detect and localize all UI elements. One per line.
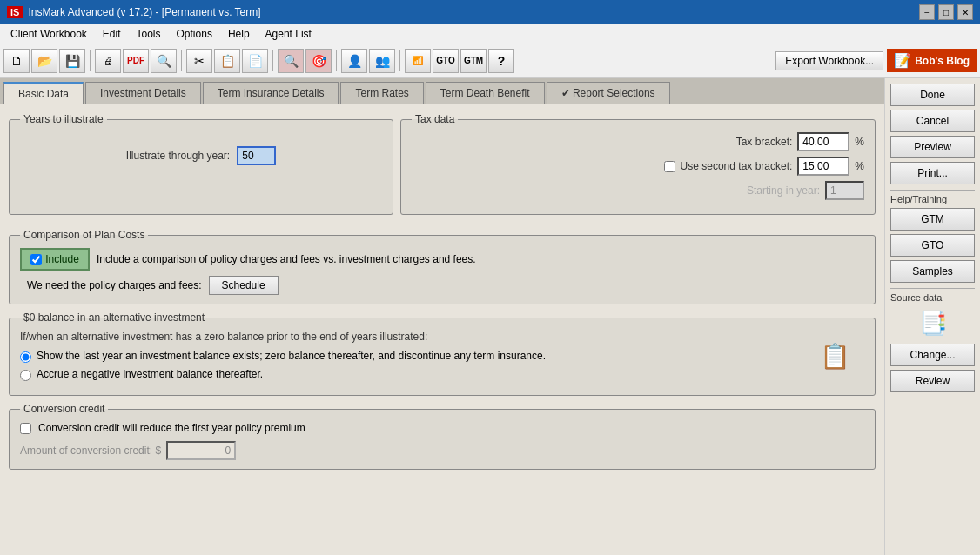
zero-balance-inner: If/when an alternative investment has a …	[20, 331, 864, 381]
tax-bracket-label: Tax bracket:	[736, 136, 793, 148]
window-title: InsMark Advanced (v 17.2) - [Permanent v…	[28, 6, 260, 18]
sep-5	[399, 50, 400, 71]
search2-button[interactable]: 🎯	[305, 49, 332, 73]
zero-balance-desc: If/when an alternative investment has a …	[20, 331, 864, 343]
person2-button[interactable]: 👥	[369, 49, 395, 73]
menu-help[interactable]: Help	[221, 26, 257, 42]
tab-investment-details[interactable]: Investment Details	[85, 82, 201, 104]
include-label: Include	[45, 253, 79, 265]
schedule-prompt: We need the policy charges and fees:	[27, 279, 202, 291]
starting-year-row: Starting in year:	[412, 181, 864, 200]
sep-4	[336, 50, 337, 71]
copy-button[interactable]: 📋	[214, 49, 240, 73]
close-button[interactable]: ✕	[957, 4, 973, 20]
sep-2	[181, 50, 182, 71]
done-button[interactable]: Done	[890, 84, 975, 106]
source-icon-img: 📑	[919, 310, 947, 337]
conversion-amount-row: Amount of conversion credit: $	[20, 441, 864, 460]
sep-3	[272, 50, 273, 71]
form-content: Years to illustrate Illustrate through y…	[0, 104, 884, 555]
main-layout: Basic Data Investment Details Term Insur…	[0, 78, 980, 555]
conversion-check-row: Conversion credit will reduce the first …	[20, 422, 864, 434]
menu-options[interactable]: Options	[170, 26, 219, 42]
menu-edit[interactable]: Edit	[96, 26, 128, 42]
sidebar: Done Cancel Preview Print... Help/Traini…	[884, 78, 980, 555]
include-checkbox-button[interactable]: Include	[20, 248, 90, 271]
blog-button[interactable]: 📝 Bob's Blog	[887, 49, 977, 72]
second-bracket-label: Use second tax bracket:	[681, 160, 793, 172]
gtm-button[interactable]: GTM	[890, 208, 975, 231]
help-question-button[interactable]: ?	[488, 49, 514, 73]
starting-year-input[interactable]	[825, 181, 864, 200]
tax-bracket-input[interactable]	[797, 132, 849, 151]
radio-show-last-year-label: Show the last year an investment balance…	[37, 350, 546, 362]
second-bracket-pct: %	[855, 160, 864, 172]
zoom-button[interactable]: 🔍	[151, 49, 177, 73]
new-button[interactable]: 🗋	[3, 49, 30, 73]
radio-accrue-negative-input[interactable]	[20, 370, 31, 381]
years-inner: Illustrate through year:	[20, 132, 382, 184]
schedule-button[interactable]: Schedule	[209, 276, 279, 295]
years-label: Illustrate through year:	[126, 150, 230, 162]
gtm-icon-button[interactable]: GTM	[460, 49, 487, 73]
save-button[interactable]: 💾	[59, 49, 85, 73]
conversion-checkbox[interactable]	[20, 423, 31, 434]
blog-label: Bob's Blog	[915, 55, 970, 67]
tab-term-rates[interactable]: Term Rates	[340, 82, 423, 104]
source-data-icon[interactable]: 📑	[890, 310, 975, 337]
samples-button[interactable]: Samples	[890, 260, 975, 283]
app-icon: IS	[7, 6, 23, 18]
menu-client-workbook[interactable]: Client Workbook	[3, 26, 94, 42]
tab-term-death-benefit[interactable]: Term Death Benefit	[426, 82, 545, 104]
comparison-section: Comparison of Plan Costs Include Include…	[9, 229, 876, 304]
zero-balance-legend: $0 balance in an alternative investment	[20, 311, 208, 324]
include-checkbox[interactable]	[30, 254, 42, 265]
conversion-amount-input[interactable]	[166, 441, 236, 460]
export-workbook-button[interactable]: Export Workbook...	[775, 51, 883, 70]
conversion-amount-label: Amount of conversion credit: $	[20, 445, 161, 457]
blog-icon: 📝	[894, 52, 911, 69]
years-input[interactable]	[237, 146, 276, 165]
pdf-button[interactable]: PDF	[123, 49, 149, 73]
minimize-button[interactable]: −	[919, 4, 935, 20]
conversion-section: Conversion credit Conversion credit will…	[9, 403, 876, 470]
signal-button[interactable]: 📶	[405, 49, 431, 73]
toolbar: 🗋 📂 💾 🖨 PDF 🔍 ✂ 📋 📄 🔍 🎯 👤 👥 📶 GTO GTM ? …	[0, 43, 980, 78]
second-bracket-checkbox[interactable]	[664, 161, 675, 172]
menu-tools[interactable]: Tools	[130, 26, 168, 42]
preview-button[interactable]: Preview	[890, 136, 975, 158]
tab-report-selections[interactable]: ✔ Report Selections	[547, 82, 670, 104]
conversion-check-label: Conversion credit will reduce the first …	[38, 422, 305, 434]
print-button[interactable]: Print...	[890, 162, 975, 184]
title-bar: IS InsMark Advanced (v 17.2) - [Permanen…	[0, 0, 980, 24]
change-button[interactable]: Change...	[890, 344, 975, 366]
person-button[interactable]: 👤	[341, 49, 367, 73]
years-field-row: Illustrate through year:	[126, 146, 276, 165]
title-bar-left: IS InsMark Advanced (v 17.2) - [Permanen…	[7, 6, 261, 18]
menu-agent-list[interactable]: Agent List	[258, 26, 319, 42]
tax-bracket-row: Tax bracket: %	[412, 132, 864, 151]
radio-show-last-year-input[interactable]	[20, 351, 31, 363]
comparison-description: Include a comparison of policy charges a…	[97, 253, 476, 265]
cut-button[interactable]: ✂	[186, 49, 212, 73]
tab-basic-data[interactable]: Basic Data	[3, 82, 84, 104]
top-row: Years to illustrate Illustrate through y…	[9, 113, 876, 222]
gto-button[interactable]: GTO	[890, 234, 975, 257]
tab-term-insurance-details[interactable]: Term Insurance Details	[203, 82, 339, 104]
paste-button[interactable]: 📄	[242, 49, 268, 73]
print-button[interactable]: 🖨	[95, 49, 121, 73]
tab-bar: Basic Data Investment Details Term Insur…	[0, 78, 884, 104]
tax-bracket-pct: %	[855, 136, 864, 148]
second-bracket-input[interactable]	[797, 157, 849, 176]
search-button[interactable]: 🔍	[278, 49, 304, 73]
radio-accrue-negative: Accrue a negative investment balance the…	[20, 368, 864, 381]
title-bar-controls: − □ ✕	[919, 4, 973, 20]
open-button[interactable]: 📂	[31, 49, 57, 73]
gto-icon-button[interactable]: GTO	[433, 49, 459, 73]
review-button[interactable]: Review	[890, 370, 975, 392]
maximize-button[interactable]: □	[938, 4, 954, 20]
tax-data-section: Tax data Tax bracket: % Use second tax b…	[400, 113, 876, 215]
cancel-button[interactable]: Cancel	[890, 110, 975, 132]
comparison-legend: Comparison of Plan Costs	[20, 229, 148, 241]
radio-accrue-negative-label: Accrue a negative investment balance the…	[37, 368, 263, 380]
